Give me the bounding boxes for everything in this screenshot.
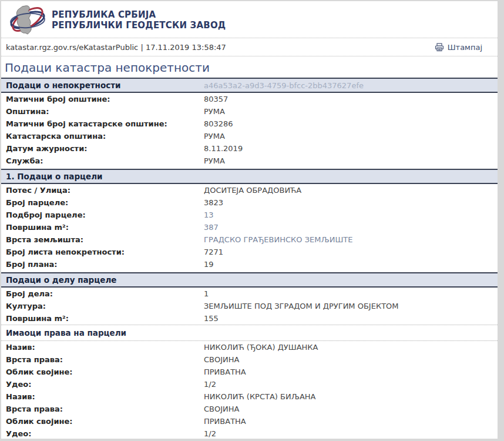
section-title: Подаци о делу парцеле <box>6 275 204 285</box>
url-text: katastar.rgz.gov.rs/eKatastarPublic | 17… <box>6 43 226 52</box>
field-value: 3823 <box>204 198 223 207</box>
field-label: Број листа непокретности: <box>6 248 204 256</box>
table-row: Матични број катастарске општине: 803286 <box>1 118 498 130</box>
table-row: Удео: 1/2 <box>1 427 498 439</box>
field-value: 19 <box>204 260 214 269</box>
table-row: Служба: РУМА <box>1 155 498 167</box>
field-value: 387 <box>204 223 219 232</box>
table-row: Површина m²: 155 <box>1 312 498 325</box>
field-value: РУМА <box>204 156 225 165</box>
property-guid: a46a53a2-a9d3-4759-bfcc-2bb437627efe <box>204 81 364 90</box>
table-row: Назив: НИКОЛИЋ (ЂОКА) ДУШАНКА <box>1 341 498 353</box>
section-title: 1. Подаци о парцели <box>6 172 204 181</box>
brand-line2: РЕПУБЛИЧКИ ГЕОДЕТСКИ ЗАВОД <box>52 20 226 31</box>
field-value: ДОСИТЕЈА ОБРАДОВИЋА <box>204 186 301 195</box>
table-row: Број плана: 19 <box>1 258 498 270</box>
field-label: Број дела: <box>6 289 204 298</box>
table-row: Површина m²: 387 <box>1 221 498 233</box>
field-value: 155 <box>204 314 219 323</box>
print-label: Штампај <box>448 43 482 52</box>
table-row: Општина: РУМА <box>1 105 498 118</box>
field-label: Датум ажурности: <box>6 144 204 153</box>
field-label: Катастарска општина: <box>6 132 204 141</box>
table-row: Назив: НИКОЛИЋ (КРСТА) БИЉАНА <box>1 390 498 403</box>
brand-line1: РЕПУБЛИКА СРБИЈА <box>52 9 226 20</box>
brand-text: РЕПУБЛИКА СРБИЈА РЕПУБЛИЧКИ ГЕОДЕТСКИ ЗА… <box>52 9 226 31</box>
field-value: 1 <box>204 289 209 298</box>
print-button[interactable]: Штампај <box>435 43 482 52</box>
field-value: 1/2 <box>204 380 216 389</box>
table-row: Број парцеле: 3823 <box>1 196 498 209</box>
table-row: Матични број општине: 80357 <box>1 93 498 105</box>
page: РЕПУБЛИКА СРБИЈА РЕПУБЛИЧКИ ГЕОДЕТСКИ ЗА… <box>1 1 498 439</box>
field-label: Број плана: <box>6 260 204 269</box>
field-label: Број парцеле: <box>6 198 204 207</box>
field-label: Врста земљишта: <box>6 235 204 244</box>
table-row: Култура: ЗЕМЉИШТЕ ПОД ЗГРАДОМ И ДРУГИМ О… <box>1 300 498 312</box>
table-row: Облик својине: ПРИВАТНА <box>1 415 498 427</box>
field-value: 8.11.2019 <box>204 144 243 153</box>
field-label: Општина: <box>6 107 204 116</box>
table-row: Удео: 1/2 <box>1 378 498 390</box>
table-row: Број дела: 1 <box>1 288 498 300</box>
section-header-deo-parcele: Подаци о делу парцеле <box>1 272 498 288</box>
owners-section-title: Имаоци права на парцели <box>1 325 498 341</box>
field-label: Врста права: <box>6 405 204 413</box>
printer-icon <box>435 43 444 52</box>
field-value: 13 <box>204 211 214 219</box>
title-band: Подаци катастра непокретности <box>1 56 498 78</box>
field-value: СВОЈИНА <box>204 405 239 413</box>
field-value: НИКОЛИЋ (ЂОКА) ДУШАНКА <box>204 343 318 352</box>
field-value: ГРАДСКО ГРАЂЕВИНСКО ЗЕМЉИШТЕ <box>204 235 352 244</box>
field-value: СВОЈИНА <box>204 355 239 364</box>
field-label: Врста права: <box>6 355 204 364</box>
field-value: 80357 <box>204 95 228 103</box>
table-row: Облик својине: ПРИВАТНА <box>1 366 498 378</box>
section-header-parcela: 1. Подаци о парцели <box>1 169 498 184</box>
field-label: Култура: <box>6 302 204 310</box>
section-header-nepokretnost: Подаци о непокретности a46a53a2-a9d3-475… <box>1 78 498 93</box>
field-label: Удео: <box>6 429 204 438</box>
header: РЕПУБЛИКА СРБИЈА РЕПУБЛИЧКИ ГЕОДЕТСКИ ЗА… <box>1 1 498 38</box>
field-label: Облик својине: <box>6 368 204 376</box>
field-value: РУМА <box>204 107 225 116</box>
field-label: Матични број општине: <box>6 95 204 103</box>
field-value: ПРИВАТНА <box>204 368 246 376</box>
field-label: Површина m²: <box>6 223 204 232</box>
url-bar: katastar.rgz.gov.rs/eKatastarPublic | 17… <box>1 38 498 56</box>
page-title: Подаци катастра непокретности <box>5 61 494 75</box>
field-value: 1/2 <box>204 429 216 438</box>
table-row: Број листа непокретности: 7271 <box>1 246 498 258</box>
field-label: Матични број катастарске општине: <box>6 119 204 128</box>
table-row: Катастарска општина: РУМА <box>1 130 498 142</box>
table-row: Врста права: СВОЈИНА <box>1 353 498 366</box>
field-label: Назив: <box>6 392 204 401</box>
field-value: РУМА <box>204 132 225 141</box>
table-row: Датум ажурности: 8.11.2019 <box>1 142 498 155</box>
table-row: Врста земљишта: ГРАДСКО ГРАЂЕВИНСКО ЗЕМЉ… <box>1 233 498 246</box>
field-value: ЗЕМЉИШТЕ ПОД ЗГРАДОМ И ДРУГИМ ОБЈЕКТОМ <box>204 302 399 310</box>
field-label: Површина m²: <box>6 314 204 323</box>
field-label: Потес / Улица: <box>6 186 204 195</box>
table-row: Врста права: СВОЈИНА <box>1 403 498 415</box>
field-label: Облик својине: <box>6 417 204 426</box>
field-value: 803286 <box>204 119 233 128</box>
table-row: Потес / Улица: ДОСИТЕЈА ОБРАДОВИЋА <box>1 184 498 196</box>
field-value: ПРИВАТНА <box>204 417 246 426</box>
field-value: 7271 <box>204 248 223 256</box>
table-row: Подброј парцеле: 13 <box>1 209 498 221</box>
rgz-logo-icon <box>8 5 46 35</box>
section-title: Подаци о непокретности <box>6 81 204 90</box>
field-value: НИКОЛИЋ (КРСТА) БИЉАНА <box>204 392 316 401</box>
field-label: Удео: <box>6 380 204 389</box>
field-label: Служба: <box>6 156 204 165</box>
field-label: Подброј парцеле: <box>6 211 204 219</box>
field-label: Назив: <box>6 343 204 352</box>
